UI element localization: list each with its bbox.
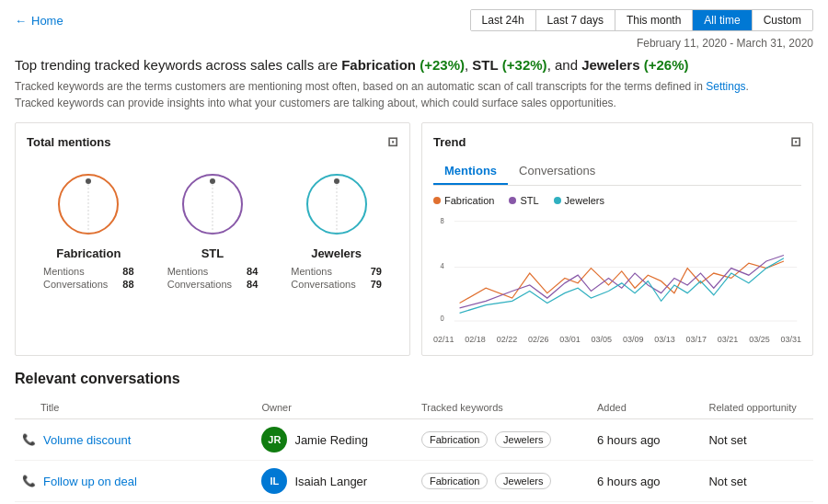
x-label-0309: 03/09	[623, 335, 644, 344]
conversations-title: Relevant conversations	[15, 371, 813, 387]
x-label-0321: 03/21	[718, 335, 739, 344]
legend-dot-stl	[509, 197, 516, 204]
row2-owner-cell: IL Isaiah Langer	[254, 461, 414, 502]
circle-fabrication-svg	[52, 167, 125, 241]
row2-title[interactable]: Follow up on deal	[43, 475, 137, 488]
panel-mentions-icon[interactable]: ⊡	[387, 134, 398, 149]
row2-tag-0: Fabrication	[421, 473, 488, 489]
circle-jewelers-label: Jewelers	[311, 246, 362, 260]
row2-opportunity: Not set	[701, 461, 813, 502]
filter-alltime[interactable]: All time	[693, 10, 752, 30]
svg-text:8: 8	[441, 216, 445, 225]
headline: Top trending tracked keywords across sal…	[0, 53, 828, 78]
keyword-jewelers: Jewelers	[581, 57, 639, 73]
col-added: Added	[590, 398, 702, 419]
row1-tag-1: Jewelers	[495, 431, 551, 448]
filter-last7days[interactable]: Last 7 days	[536, 10, 615, 30]
tab-conversations[interactable]: Conversations	[508, 160, 606, 185]
conversations-section: Relevant conversations Title Owner Track…	[0, 371, 828, 504]
legend-label-fabrication: Fabrication	[444, 195, 494, 206]
total-mentions-panel: Total mentions ⊡ Fabrication Mentions88 …	[15, 122, 410, 356]
x-label-0218: 02/18	[465, 335, 486, 344]
phone-icon-row1: 📞	[22, 433, 36, 446]
legend-dot-fabrication	[433, 197, 441, 204]
chart-legend: Fabrication STL Jewelers	[433, 195, 801, 206]
keyword-stl-change: (+32%)	[502, 57, 547, 73]
row2-title-cell: 📞 Follow up on deal	[15, 461, 254, 502]
col-title: Title	[15, 398, 254, 419]
svg-point-4	[210, 178, 215, 184]
conversations-table: Title Owner Tracked keywords Added Relat…	[15, 398, 813, 504]
table-row: 📞 Follow up on deal IL Isaiah Langer Fab…	[15, 461, 813, 502]
legend-dot-jewelers	[554, 197, 561, 204]
circle-stl-svg	[176, 167, 249, 241]
circle-jewelers-stats: Mentions79 Conversations79	[291, 266, 382, 290]
trend-chart: 8 4 0	[433, 213, 801, 333]
svg-point-7	[334, 178, 339, 184]
back-button[interactable]: ← Home	[15, 14, 63, 28]
headline-sep2: , and	[547, 57, 582, 73]
row2-owner-name: Isaiah Langer	[294, 475, 367, 488]
headline-prefix: Top trending tracked keywords across sal…	[15, 57, 341, 73]
keyword-fabrication: Fabrication	[341, 57, 416, 73]
tab-mentions[interactable]: Mentions	[433, 160, 508, 185]
table-header: Title Owner Tracked keywords Added Relat…	[15, 398, 813, 419]
row1-tag-0: Fabrication	[421, 431, 488, 448]
x-label-0222: 02/22	[497, 335, 518, 344]
filter-custom[interactable]: Custom	[753, 10, 812, 30]
date-range: February 11, 2020 - March 31, 2020	[0, 37, 828, 53]
x-label-0226: 02/26	[528, 335, 549, 344]
circle-jewelers-svg	[300, 167, 374, 241]
filter-thismonth[interactable]: This month	[615, 10, 693, 30]
row1-added: 6 hours ago	[590, 419, 702, 461]
x-label-0211: 02/11	[433, 335, 454, 344]
x-label-0331: 03/31	[780, 335, 801, 344]
trend-panel-icon[interactable]: ⊡	[790, 134, 801, 149]
circle-stl-label: STL	[201, 246, 224, 260]
legend-label-jewelers: Jewelers	[565, 195, 604, 206]
panel-mentions-label: Total mentions	[27, 135, 110, 149]
row1-owner-cell: JR Jamie Reding	[254, 419, 414, 461]
legend-label-stl: STL	[520, 195, 538, 206]
circle-fabrication: Fabrication Mentions88 Conversations88	[43, 167, 134, 290]
col-keywords: Tracked keywords	[414, 398, 590, 419]
table-row: 📞 Volume discount JR Jamie Reding Fabric…	[15, 419, 813, 461]
row1-opportunity: Not set	[701, 419, 813, 461]
time-filter-group: Last 24h Last 7 days This month All time…	[470, 9, 813, 31]
phone-icon-row2: 📞	[22, 475, 36, 487]
col-opportunity: Related opportunity	[701, 398, 813, 419]
trend-panel-title: Trend ⊡	[433, 134, 801, 149]
x-label-0301: 03/01	[559, 335, 581, 344]
header: ← Home Last 24h Last 7 days This month A…	[0, 0, 828, 37]
x-label-0313: 03/13	[654, 335, 675, 344]
circle-stl-stats: Mentions84 Conversations84	[167, 266, 259, 290]
row1-avatar: JR	[261, 427, 287, 452]
circle-stl: STL Mentions84 Conversations84	[167, 167, 259, 290]
legend-jewelers: Jewelers	[554, 195, 604, 206]
description: Tracked keywords are the terms customers…	[0, 78, 828, 122]
row1-title[interactable]: Volume discount	[43, 433, 131, 447]
row1-title-cell: 📞 Volume discount	[15, 419, 254, 461]
back-label: Home	[31, 14, 63, 28]
keyword-fabrication-change: (+23%)	[420, 57, 465, 73]
col-owner: Owner	[254, 398, 414, 419]
circle-fabrication-label: Fabrication	[56, 246, 121, 260]
keyword-stl: STL	[472, 57, 498, 73]
svg-point-1	[86, 178, 91, 184]
row1-keywords-cell: Fabrication Jewelers	[414, 419, 590, 461]
circle-jewelers: Jewelers Mentions79 Conversations79	[291, 167, 382, 290]
trend-tabs: Mentions Conversations	[433, 160, 801, 186]
back-arrow-icon: ←	[15, 14, 27, 28]
row1-owner-name: Jamie Reding	[294, 433, 368, 447]
filter-last24h[interactable]: Last 24h	[471, 10, 536, 30]
total-mentions-title: Total mentions ⊡	[27, 134, 398, 149]
x-label-0317: 03/17	[686, 335, 707, 344]
description-line2: Tracked keywords can provide insights in…	[15, 97, 616, 109]
legend-stl: STL	[509, 195, 538, 206]
circles-container: Fabrication Mentions88 Conversations88 S…	[27, 160, 398, 301]
trend-chart-svg: 8 4 0	[433, 213, 801, 333]
panels: Total mentions ⊡ Fabrication Mentions88 …	[0, 122, 828, 356]
settings-link[interactable]: Settings	[706, 80, 745, 93]
row2-avatar: IL	[261, 468, 287, 494]
x-axis-labels: 02/11 02/18 02/22 02/26 03/01 03/05 03/0…	[433, 333, 801, 344]
